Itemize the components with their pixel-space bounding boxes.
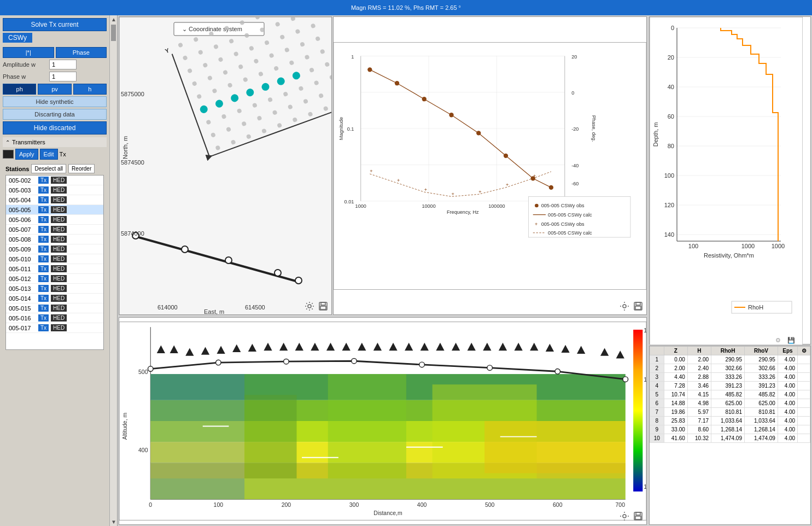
bottom-panel: 500 400 Altitude, m 0 100 200 300 400 50… (119, 317, 647, 525)
svg-text:600: 600 (553, 502, 563, 508)
reorder-button[interactable]: Reorder (68, 164, 95, 173)
svg-text:005-005 CSWy calc: 005-005 CSWy calc (548, 212, 592, 218)
table-row: 8 25.83 7.17 1,033.64 1,033.64 4.00 (650, 417, 810, 425)
svg-text:+: + (535, 221, 538, 227)
edit-button[interactable]: Edit (40, 149, 58, 160)
svg-text:5875000: 5875000 (121, 91, 144, 97)
amplitude-w-input[interactable] (49, 60, 77, 69)
svg-point-228 (352, 358, 357, 364)
svg-rect-190 (484, 421, 626, 473)
svg-rect-0 (119, 17, 332, 315)
svg-point-98 (225, 257, 232, 264)
svg-point-229 (419, 362, 425, 367)
list-item[interactable]: 005-015 Tx HED (6, 303, 103, 313)
phase-w-input[interactable] (49, 72, 77, 81)
list-item[interactable]: 005-009 Tx HED (6, 244, 103, 254)
deselect-all-button[interactable]: Deselect all (31, 164, 66, 173)
svg-point-227 (284, 359, 289, 364)
phase-button[interactable]: Phase (56, 47, 107, 58)
ph-button[interactable]: ph (3, 84, 36, 95)
list-item[interactable]: 005-005 Tx HED (6, 205, 103, 215)
abs-button[interactable]: |*| (3, 47, 54, 58)
svg-rect-163 (636, 302, 640, 305)
list-item[interactable]: 005-014 Tx HED (6, 294, 103, 303)
scroll-down-arrow[interactable]: ▼ (110, 518, 117, 526)
table-row: 10 41.60 10.32 1,474.09 1,474.09 4.00 (650, 434, 810, 443)
list-item[interactable]: 005-016 Tx HED (6, 313, 103, 323)
scroll-up-arrow[interactable]: ▲ (110, 15, 117, 24)
stations-header: Stations Deselect all Reorder (3, 162, 107, 175)
svg-text:+: + (424, 187, 427, 192)
sidebar-scrollbar[interactable]: ▲ ▼ (109, 15, 117, 526)
svg-text:+: + (370, 168, 372, 174)
settings-icon[interactable] (304, 301, 315, 312)
col-h: H (687, 347, 711, 355)
svg-rect-239 (636, 512, 640, 515)
save-icon[interactable] (633, 511, 644, 522)
save-icon[interactable] (633, 301, 644, 312)
svg-text:614500: 614500 (245, 304, 265, 311)
svg-text:1: 1 (351, 54, 354, 60)
discarting-data-button[interactable]: Discarting data (3, 109, 107, 120)
svg-rect-240 (635, 516, 641, 519)
top-panels: ⌄ Cooordinate system (118, 15, 648, 316)
hide-synthetic-button[interactable]: Hide synthetic (3, 96, 107, 107)
svg-text:005-005 CSWy calc: 005-005 CSWy calc (548, 230, 592, 236)
svg-text:614000: 614000 (157, 304, 178, 311)
tx-controls: Apply Edit Tx (3, 149, 107, 160)
scroll-thumb[interactable] (111, 25, 116, 41)
svg-rect-110 (321, 302, 325, 305)
list-item[interactable]: 005-007 Tx HED (6, 225, 103, 235)
svg-point-230 (487, 365, 493, 371)
depth-chart-svg: 0 20 40 60 80 100 120 140 100 1000 1000 (650, 17, 803, 345)
list-item[interactable]: 005-013 Tx HED (6, 284, 103, 294)
svg-rect-186 (150, 374, 244, 499)
svg-rect-164 (635, 306, 641, 309)
svg-point-97 (182, 246, 188, 253)
svg-text:500: 500 (485, 502, 495, 508)
svg-text:100: 100 (664, 172, 674, 179)
solve-tx-current-button[interactable]: Solve Tx current (3, 18, 107, 31)
sidebar: Solve Tx current CSWy |*| Phase Amplitud… (0, 15, 118, 526)
data-table[interactable]: Z H RhoH RhoV Eps ⚙ 1 0.00 2.00 290.95 2… (649, 346, 811, 525)
transmitters-section[interactable]: ⌃ Transmitters (3, 137, 107, 147)
col-settings[interactable]: ⚙ (798, 347, 810, 355)
save-icon[interactable] (318, 301, 329, 312)
svg-point-129 (549, 185, 553, 190)
list-item[interactable]: 005-012 Tx HED (6, 274, 103, 284)
transmitters-label: Transmitters (12, 139, 45, 145)
h-button[interactable]: h (73, 84, 107, 95)
list-item[interactable]: 005-011 Tx HED (6, 264, 103, 274)
list-item[interactable]: 005-004 Tx HED (6, 195, 103, 205)
svg-text:+: + (397, 178, 400, 183)
apply-button[interactable]: Apply (15, 149, 38, 160)
list-item[interactable]: 005-003 Tx HED (6, 185, 103, 195)
table-row: 7 19.86 5.97 810.81 810.81 4.00 (650, 408, 810, 417)
list-item[interactable]: 005-002 Tx HED (6, 176, 103, 185)
list-item[interactable]: 005-010 Tx HED (6, 254, 103, 264)
list-item[interactable]: 005-017 Tx HED (6, 323, 103, 333)
svg-text:Resistivity, Ohm*m: Resistivity, Ohm*m (704, 252, 754, 259)
svg-text:1000: 1000 (644, 377, 646, 383)
stations-label: Stations (5, 166, 29, 172)
settings-icon[interactable] (619, 511, 630, 522)
svg-rect-188 (328, 374, 406, 478)
amplitude-w-label: Amplitude w (3, 61, 46, 68)
svg-text:Magnitude: Magnitude (338, 117, 344, 141)
svg-text:💾: 💾 (787, 336, 795, 344)
list-item[interactable]: 005-008 Tx HED (6, 235, 103, 244)
station-list[interactable]: 005-002 Tx HED 005-003 Tx HED 005-004 Tx… (5, 175, 104, 350)
svg-text:005-005 CSWy obs: 005-005 CSWy obs (541, 221, 585, 227)
svg-text:RhoH: RhoH (748, 304, 763, 311)
svg-text:60: 60 (668, 113, 674, 120)
svg-point-161 (623, 305, 626, 308)
pv-button[interactable]: pv (38, 84, 71, 95)
col-z: Z (664, 347, 687, 355)
settings-icon[interactable] (619, 301, 630, 312)
hide-discarded-button[interactable]: Hide discarted (3, 121, 107, 135)
svg-rect-187 (244, 395, 296, 478)
svg-text:-40: -40 (571, 163, 579, 168)
list-item[interactable]: 005-006 Tx HED (6, 215, 103, 225)
col-row (650, 347, 664, 355)
svg-text:0.1: 0.1 (347, 126, 354, 132)
